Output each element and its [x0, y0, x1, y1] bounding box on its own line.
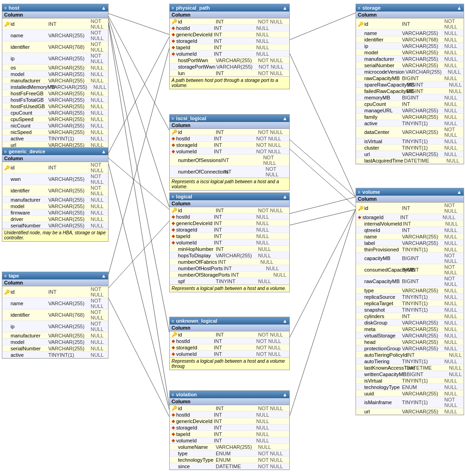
physical-path-table: ≡ physical_path ▲ Column 🔑 id INT NOT NU…	[169, 4, 290, 89]
svg-line-17	[107, 37, 169, 157]
table-row: installedMemoryMB VARCHAR(255) NULL	[2, 84, 108, 90]
table-row: nicSpeed VARCHAR(255) NULL	[2, 129, 108, 135]
svg-line-15	[107, 221, 169, 290]
svg-line-2	[107, 13, 169, 130]
table-row: serialNumber VARCHAR(255) NULL	[356, 62, 464, 69]
table-row: lun INT NOT NULL	[170, 70, 289, 76]
table-row: ◆ storageId INT NOT NULL	[170, 344, 289, 351]
iscsi-logical-header[interactable]: ≡ iscsi_logical ▲	[170, 115, 289, 122]
table-row: ◆ genericDeviceId INT NULL	[170, 31, 289, 38]
table-row: 🔑 id INT NOT NULL	[170, 405, 289, 412]
table-row: ip VARCHAR(255) NOT NULL	[2, 321, 108, 332]
tape-title: tape	[9, 273, 19, 279]
storage-table-title: storage	[362, 5, 381, 11]
table-row: 🔑 id INT NOT NULL	[2, 162, 108, 174]
table-row: label VARCHAR(255) NULL	[356, 240, 464, 246]
svg-line-0	[107, 13, 169, 35]
table-row: 🔑 id INT NOT NULL	[356, 18, 464, 30]
table-row: isMainframe TINYINT(1) NOT NULL	[356, 397, 464, 408]
table-row: rawCapacityMB BIGINT NOT NULL	[356, 276, 464, 287]
table-row: 🔑 id INT NOT NULL	[170, 207, 289, 214]
table-row: ◆ hostId INT NULL	[170, 214, 289, 220]
table-row: autoTiering TINYINT(1) NULL	[356, 358, 464, 365]
logical-table: ≡ logical ▲ Column 🔑 id INT NOT NULL ◆ h…	[169, 192, 290, 292]
unknown-logical-title: unknown_logical	[176, 318, 217, 324]
table-row: ◆ genericDeviceId INT NULL	[170, 418, 289, 424]
storage-table: ≡ storage ▲ Column 🔑 id INT NOT NULL nam…	[356, 4, 464, 164]
unknown-logical-table: ≡ unknown_logical ▲ Column 🔑 id INT NOT …	[169, 317, 290, 370]
violation-title: violation	[176, 392, 197, 397]
table-row: 🔑 id INT NOT NULL	[2, 286, 108, 298]
table-row: 🔑 id INT NOT NULL	[170, 18, 289, 25]
volume-header[interactable]: ≡ volume ▲	[356, 188, 464, 196]
table-row: ◆ hostId INT NOT NULL	[170, 338, 289, 344]
table-row: firmware VARCHAR(255) NULL	[2, 209, 108, 216]
table-row: failedRawCapacityMB BIGINT NULL	[356, 88, 464, 94]
generic-device-header[interactable]: ≡ generic_device ▲	[2, 148, 108, 155]
table-row: hostFsFreeGB VARCHAR(255) NULL	[2, 90, 108, 97]
physical-path-table-header[interactable]: ≡ physical_path ▲	[170, 4, 289, 12]
table-row: ◆ storageId INT NOT NULL	[170, 142, 289, 148]
storage-table-header[interactable]: ≡ storage ▲	[356, 4, 464, 12]
table-row: ◆ tapeId INT NULL	[170, 44, 289, 51]
logical-header[interactable]: ≡ logical ▲	[170, 193, 289, 200]
table-row: 🔑 id INT NOT NULL	[170, 331, 289, 338]
physical-path-title: physical_path	[176, 5, 210, 11]
table-row: ◆ tapeId INT NULL	[170, 233, 289, 239]
table-row: ◆ hostId INT NULL	[170, 412, 289, 418]
violation-header[interactable]: ≡ violation ▲	[170, 391, 289, 398]
table-row: virtualStorage VARCHAR(255) NULL	[356, 332, 464, 339]
table-row: serialNumber VARCHAR(255) NULL	[2, 345, 108, 352]
table-row: diskGroup VARCHAR(255) NULL	[356, 319, 464, 326]
table-row: name VARCHAR(255) NULL	[356, 30, 464, 36]
svg-line-5	[288, 13, 356, 41]
table-row: identifier VARCHAR(768) NULL	[356, 36, 464, 43]
table-row: serialNumber VARCHAR(255) NULL	[2, 222, 108, 229]
table-row: ◆ storageId INT NULL	[170, 226, 289, 233]
violation-col-header: Column	[170, 398, 289, 405]
table-row: since DATETIME NOT NULL	[170, 463, 289, 470]
host-scroll-up[interactable]: ▲	[101, 5, 106, 11]
svg-line-9	[288, 50, 356, 197]
host-col-header: Column	[2, 12, 108, 18]
table-row: snapshot TINYINT(1) NULL	[356, 307, 464, 313]
table-row: protectionGroup VARCHAR(255) NULL	[356, 345, 464, 352]
table-row: technologyType ENUM NOT NULL	[170, 457, 289, 463]
table-row: numberOfSessions INT NOT NULL	[170, 155, 289, 166]
table-row: model VARCHAR(255) NULL	[356, 49, 464, 56]
table-row: cpuSpeed VARCHAR(255) NULL	[2, 116, 108, 122]
table-row: url VARCHAR(255) NULL	[356, 408, 464, 415]
table-row: family VARCHAR(255) NULL	[356, 114, 464, 120]
generic-device-table: ≡ generic_device ▲ Column 🔑 id INT NOT N…	[2, 147, 109, 242]
table-row: uuid VARCHAR(255) NULL	[356, 390, 464, 397]
svg-line-18	[107, 157, 169, 209]
table-row: writtenCapacityMB BIGINT NULL	[356, 371, 464, 377]
table-row: head VARCHAR(255) NULL	[356, 339, 464, 345]
unknown-logical-header[interactable]: ≡ unknown_logical ▲	[170, 317, 289, 325]
host-table-header[interactable]: ≡ host ▲	[2, 4, 108, 12]
svg-line-13	[288, 209, 356, 421]
tape-header[interactable]: ≡ tape ▲	[2, 272, 108, 279]
table-row: ◆ hostId INT NOT NULL	[170, 135, 289, 142]
svg-line-19	[107, 157, 169, 410]
volume-title: volume	[362, 189, 380, 195]
table-row: hostPortWwn VARCHAR(255) NOT NULL	[170, 57, 289, 64]
table-row: hostFsUsedGB VARCHAR(255) NULL	[2, 103, 108, 110]
generic-device-title: generic_device	[9, 149, 46, 154]
svg-line-6	[288, 197, 356, 214]
table-row: isVirtual TINYINT(1) NULL	[356, 377, 464, 384]
tape-col-header: Column	[2, 279, 108, 286]
table-row: internalVolumeId INT NULL	[356, 221, 464, 227]
table-row: ◆ storageId INT NULL	[356, 214, 464, 221]
table-row: name VARCHAR(255) NULL	[356, 233, 464, 240]
table-row: hostFsTotalGB VARCHAR(255) NULL	[2, 97, 108, 103]
violation-table: ≡ violation ▲ Column 🔑 id INT NOT NULL ◆…	[169, 390, 290, 470]
table-row: cpuCount VARCHAR(255) NULL	[2, 110, 108, 116]
table-row: ◆ volumeId INT NULL	[170, 239, 289, 246]
table-row: wwn VARCHAR(255) NOT NULL	[2, 174, 108, 185]
physical-path-note: A path between host port through a stora…	[170, 76, 289, 89]
physical-path-col-header: Column	[170, 12, 289, 18]
svg-line-4	[107, 13, 169, 406]
table-row: ◆ hostId INT NULL	[170, 25, 289, 31]
table-row: spf TINYINT NULL	[170, 278, 289, 284]
